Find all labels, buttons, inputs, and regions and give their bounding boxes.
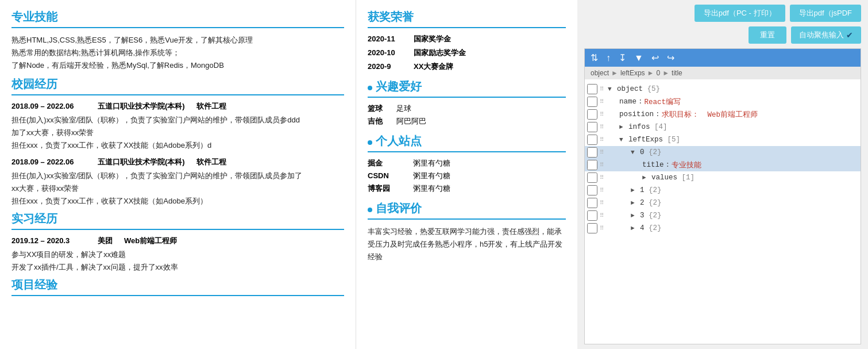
tree-toggle-0[interactable]: ▼ <box>631 149 638 156</box>
skills-section: 专业技能 熟悉HTML,JS,CSS,熟悉ES5，了解ES6，熟悉Vue开发，了… <box>11 9 344 72</box>
intern-section: 实习经历 2019.12 – 2020.3 美团 Web前端工程师 参与XX项目… <box>11 211 344 274</box>
tree-checkbox-4[interactable] <box>587 223 597 233</box>
tree-key-3: 3 <box>640 212 645 220</box>
tree-row-values[interactable]: ⠿ ► values [1] <box>585 171 861 184</box>
tree-value-position: 求职目标： Web前端工程师 <box>662 110 758 120</box>
campus-title: 校园经历 <box>11 76 344 92</box>
tree-drag-4: ⠿ <box>600 225 608 232</box>
skills-content: 熟悉HTML,JS,CSS,熟悉ES5，了解ES6，熟悉Vue开发，了解其核心原… <box>11 34 344 72</box>
intern-exp-1-position: Web前端工程师 <box>124 236 177 246</box>
arrow-up-icon[interactable]: ↑ <box>606 53 611 63</box>
editor-mid-buttons: 重置 自动聚焦输入 ✔ <box>584 26 861 44</box>
resume-panel: 专业技能 熟悉HTML,JS,CSS,熟悉ES5，了解ES6，熟悉Vue开发，了… <box>0 0 577 349</box>
intern-exp-1-header: 2019.12 – 2020.3 美团 Web前端工程师 <box>11 236 344 246</box>
site-row-1: 掘金 粥里有勺糖 <box>368 158 566 168</box>
site-1-val: 粥里有勺糖 <box>413 158 450 168</box>
tree-meta-object: {5} <box>643 85 660 93</box>
breadcrumb-sep-2: ► <box>647 69 654 77</box>
tree-checkbox-leftexps[interactable] <box>587 135 597 145</box>
tree-toggle-leftexps[interactable]: ▼ <box>619 136 626 143</box>
tree-row-1[interactable]: ⠿ ► 1 {2} <box>585 184 861 197</box>
export-pdf-jspdf-button[interactable]: 导出pdf（jsPDF <box>790 5 861 22</box>
sort-icon[interactable]: ↧ <box>619 52 626 63</box>
award-row-2: 2020-10 国家励志奖学金 <box>368 48 566 58</box>
tree-checkbox-name[interactable] <box>587 97 597 107</box>
tree-meta-2: {2} <box>645 199 662 207</box>
auto-focus-button[interactable]: 自动聚焦输入 ✔ <box>791 26 861 44</box>
hobbies-title: 兴趣爱好 <box>376 79 422 94</box>
tree-colon-name: : <box>638 98 643 106</box>
intern-divider <box>11 229 344 230</box>
tree-toggle-object[interactable]: ▼ <box>608 86 615 93</box>
tree-toggle-3[interactable]: ► <box>631 212 638 219</box>
award-1-name: 国家奖学金 <box>414 34 451 44</box>
tree-key-0: 0 <box>640 148 645 156</box>
tree-row-3[interactable]: ⠿ ► 3 {2} <box>585 209 861 222</box>
skills-line-3: 了解Node，有后端开发经验，熟悉MySql,了解Redis，MongoDB <box>11 59 344 72</box>
campus-exp-1: 2018.09 – 2022.06 五道口职业技术学院(本科) 软件工程 担任(… <box>11 101 344 152</box>
export-pdf-pc-button[interactable]: 导出pdf（PC - 打印） <box>695 5 785 22</box>
reset-button[interactable]: 重置 <box>749 26 786 44</box>
hobbies-section: 兴趣爱好 篮球 足球 吉他 阿巴阿巴 <box>368 79 566 126</box>
tree-key-leftexps: leftExps <box>628 136 663 144</box>
skills-line-1: 熟悉HTML,JS,CSS,熟悉ES5，了解ES6，熟悉Vue开发，了解其核心原… <box>11 34 344 47</box>
tree-checkbox-2[interactable] <box>587 198 597 208</box>
tree-row-2[interactable]: ⠿ ► 2 {2} <box>585 197 861 209</box>
campus-exp-1-desc-1: 担任(加入)xx实验室/团队（职称），负责了实验室门户网站的维护，带领团队成员参… <box>11 114 344 126</box>
campus-exp-2-desc: 担任(加入)xx实验室/团队（职称），负责了实验室门户网站的维护，带领团队成员参… <box>11 170 344 208</box>
hobby-row-2: 吉他 阿巴阿巴 <box>368 116 566 126</box>
hobbies-divider <box>368 97 566 98</box>
breadcrumb-sep-1: ► <box>611 69 618 77</box>
tree-toggle-2[interactable]: ► <box>631 200 638 206</box>
tree-row-leftexps[interactable]: ⠿ ▼ leftExps [5] <box>585 133 861 146</box>
sites-divider <box>368 151 566 152</box>
tree-row-title[interactable]: ⠿ title : 专业技能 <box>585 159 861 171</box>
site-2-val: 粥里有勺糖 <box>413 171 450 181</box>
tree-toggle-1[interactable]: ► <box>631 187 638 194</box>
tree-meta-leftexps: [5] <box>663 136 680 144</box>
tree-checkbox-0[interactable] <box>587 147 597 158</box>
tree-checkbox-title[interactable] <box>587 160 597 170</box>
tree-row-name[interactable]: ⠿ name : React编写 <box>585 95 861 108</box>
hobbies-indicator <box>368 86 372 90</box>
project-section: 项目经验 <box>11 277 344 296</box>
campus-exp-2-desc-1: 担任(加入)xx实验室/团队（职称），负责了实验室门户网站的维护，带领团队成员参… <box>11 170 344 182</box>
tree-key-values: values <box>651 174 677 182</box>
tree-checkbox-infos[interactable] <box>587 122 597 132</box>
site-row-2: CSDN 粥里有勺糖 <box>368 171 566 181</box>
breadcrumb-sep-3: ► <box>662 69 669 77</box>
filter-icon[interactable]: ▼ <box>634 53 643 63</box>
tree-row-object[interactable]: ⠿ ▼ object {5} <box>585 83 861 95</box>
tree-drag-3: ⠿ <box>600 212 608 219</box>
tree-toggle-4[interactable]: ► <box>631 225 638 232</box>
breadcrumb-title: title <box>672 69 682 77</box>
tree-meta-4: {2} <box>645 224 662 232</box>
tree-checkbox-values[interactable] <box>587 172 597 183</box>
tree-row-position[interactable]: ⠿ position : 求职目标： Web前端工程师 <box>585 108 861 121</box>
swap-icon[interactable]: ⇅ <box>591 52 598 63</box>
campus-exp-2-desc-3: 担任xxx，负责了xxx工作，收获了XX技能（如Adobe系列） <box>11 195 344 208</box>
tree-value-title: 专业技能 <box>672 160 701 170</box>
awards-section: 获奖荣誉 2020-11 国家奖学金 2020-10 国家励志奖学金 2020-… <box>368 9 566 72</box>
tree-key-position: position <box>619 110 654 118</box>
tree-checkbox-position[interactable] <box>587 109 597 120</box>
tree-drag-infos: ⠿ <box>600 124 608 131</box>
tree-row-4[interactable]: ⠿ ► 4 {2} <box>585 222 861 235</box>
sites-section: 个人站点 掘金 粥里有勺糖 CSDN 粥里有勺糖 博客园 粥里有勺糖 <box>368 133 566 194</box>
tree-checkbox-object[interactable] <box>587 84 597 94</box>
tree-row-0[interactable]: ⠿ ▼ 0 {2} <box>585 146 861 159</box>
tree-toggle-values[interactable]: ► <box>642 174 649 181</box>
awards-divider <box>368 27 566 28</box>
intern-title: 实习经历 <box>11 211 344 227</box>
tree-toggle-infos[interactable]: ► <box>619 124 626 131</box>
redo-icon[interactable]: ↪ <box>667 52 674 63</box>
undo-icon[interactable]: ↩ <box>651 52 659 63</box>
tree-checkbox-1[interactable] <box>587 185 597 195</box>
site-3-key: 博客园 <box>368 183 399 194</box>
tree-checkbox-3[interactable] <box>587 210 597 221</box>
skills-divider <box>11 27 344 28</box>
self-eval-content: 丰富实习经验，热爱互联网学习能力强，责任感强烈，能承受压力及时完成任务熟悉小程序… <box>368 225 566 263</box>
award-row-1: 2020-11 国家奖学金 <box>368 34 566 44</box>
tree-row-infos[interactable]: ⠿ ► infos [4] <box>585 121 861 133</box>
tree-colon-position: : <box>655 110 660 118</box>
